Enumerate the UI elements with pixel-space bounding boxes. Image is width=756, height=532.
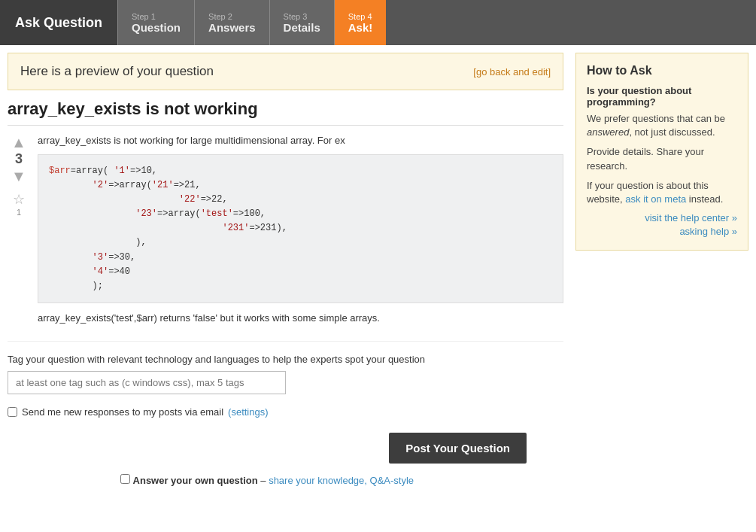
preview-banner: Here is a preview of your question [go b… bbox=[8, 53, 563, 90]
go-back-link[interactable]: [go back and edit] bbox=[473, 66, 551, 78]
tag-section: Tag your question with relevant technolo… bbox=[8, 341, 563, 394]
favorite-count: 1 bbox=[17, 208, 21, 217]
step-4-name: Ask! bbox=[348, 21, 373, 34]
code-line-1: $arr=array( '1'=>10, bbox=[49, 164, 552, 178]
code-line-5: '231'=>231), bbox=[49, 221, 552, 236]
post-question-button[interactable]: Post Your Question bbox=[389, 433, 527, 464]
tag-section-label: Tag your question with relevant technolo… bbox=[8, 354, 563, 365]
code-line-7: ), bbox=[49, 236, 552, 250]
code-line-9: '4'=>40 bbox=[49, 265, 552, 279]
sidebar-para-1: We prefer questions that can be answered… bbox=[587, 112, 737, 139]
answer-own-separator: – bbox=[260, 475, 269, 486]
step-4[interactable]: Step 4 Ask! bbox=[334, 0, 387, 45]
preview-text: Here is a preview of your question bbox=[20, 64, 214, 79]
post-button-row: Post Your Question bbox=[8, 433, 527, 464]
step-2-name: Answers bbox=[208, 21, 256, 34]
question-body: ▲ 3 ▼ ☆ 1 array_key_exists is not workin… bbox=[8, 133, 563, 326]
content-area: Here is a preview of your question [go b… bbox=[8, 53, 563, 486]
favorite-star-button[interactable]: ☆ bbox=[13, 191, 25, 208]
step-3-num: Step 3 bbox=[284, 12, 320, 21]
answer-own-text: Answer your own question bbox=[133, 475, 258, 486]
answer-own-row: Answer your own question – share your kn… bbox=[8, 474, 527, 486]
answer-own-link[interactable]: share your knowledge, Q&A-style bbox=[269, 475, 414, 486]
step-3-name: Details bbox=[284, 21, 320, 34]
question-summary: array_key_exists is not working for larg… bbox=[38, 133, 563, 148]
sidebar-para-2: Provide details. Share your research. bbox=[587, 145, 737, 172]
question-content: array_key_exists is not working for larg… bbox=[38, 133, 563, 326]
code-line-4: '23'=>array('test'=>100, bbox=[49, 207, 552, 221]
code-line-2: '2'=>array('21'=>21, bbox=[49, 178, 552, 193]
ask-question-label: Ask Question bbox=[0, 0, 117, 45]
email-settings-link[interactable]: (settings) bbox=[228, 406, 268, 418]
email-label: Send me new responses to my posts via em… bbox=[22, 406, 223, 418]
sidebar-box: How to Ask Is your question about progra… bbox=[575, 53, 748, 251]
main-layout: Here is a preview of your question [go b… bbox=[0, 45, 756, 494]
sidebar-para-3: If your question is about this website, … bbox=[587, 179, 737, 206]
answer-own-checkbox[interactable] bbox=[120, 474, 130, 484]
code-block: $arr=array( '1'=>10, '2'=>array('21'=>21… bbox=[38, 154, 563, 304]
sidebar-subtitle: Is your question about programming? bbox=[587, 85, 737, 108]
email-checkbox[interactable] bbox=[8, 407, 17, 417]
meta-link[interactable]: ask it on meta bbox=[625, 193, 686, 205]
question-footer: array_key_exists('test',$arr) returns 'f… bbox=[38, 311, 563, 326]
step-1-num: Step 1 bbox=[132, 12, 181, 21]
vote-down-button[interactable]: ▼ bbox=[11, 169, 26, 184]
sidebar-links: visit the help center » asking help » bbox=[587, 212, 737, 237]
code-line-3: '22'=>22, bbox=[49, 193, 552, 207]
step-3[interactable]: Step 3 Details bbox=[269, 0, 334, 45]
asking-help-link[interactable]: asking help » bbox=[587, 226, 737, 237]
help-center-link[interactable]: visit the help center » bbox=[587, 212, 737, 223]
email-row: Send me new responses to my posts via em… bbox=[8, 406, 563, 418]
vote-up-button[interactable]: ▲ bbox=[11, 135, 26, 150]
step-1-name: Question bbox=[132, 21, 181, 34]
step-4-num: Step 4 bbox=[348, 12, 373, 21]
code-line-10: ); bbox=[49, 279, 552, 293]
vote-column: ▲ 3 ▼ ☆ 1 bbox=[8, 133, 30, 326]
vote-count: 3 bbox=[15, 151, 23, 167]
tag-input[interactable] bbox=[8, 371, 286, 394]
header: Ask Question Step 1 Question Step 2 Answ… bbox=[0, 0, 756, 45]
question-title: array_key_exists is not working bbox=[8, 99, 563, 126]
code-line-8: '3'=>30, bbox=[49, 251, 552, 265]
sidebar-title: How to Ask bbox=[587, 64, 737, 78]
step-1[interactable]: Step 1 Question bbox=[117, 0, 194, 45]
sidebar: How to Ask Is your question about progra… bbox=[575, 53, 748, 486]
step-2[interactable]: Step 2 Answers bbox=[194, 0, 269, 45]
step-2-num: Step 2 bbox=[208, 12, 256, 21]
